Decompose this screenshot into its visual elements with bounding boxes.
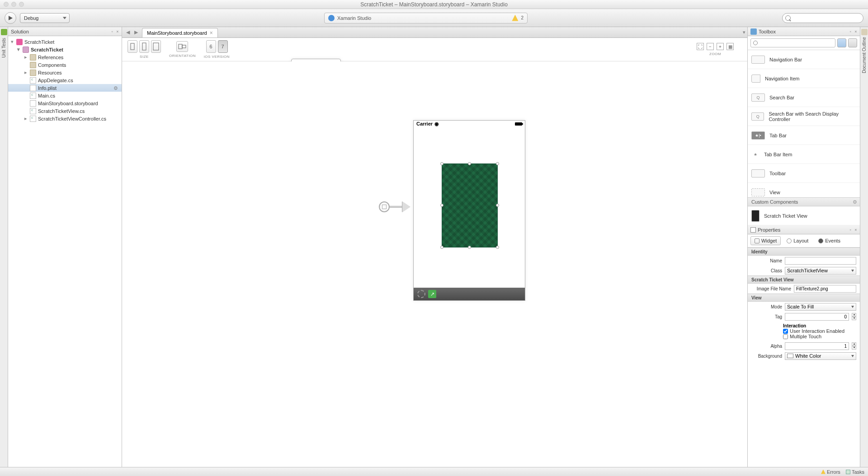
first-responder-icon[interactable]: [417, 290, 425, 298]
close-window-icon[interactable]: [4, 2, 9, 7]
editor-area: ◀ ▶ MainStoryboard.storyboard × ▾ SIZE: [122, 27, 747, 467]
searchdisplay-icon: Q: [751, 112, 764, 121]
alpha-stepper[interactable]: ▴▾: [852, 342, 856, 350]
custom-components-section[interactable]: Custom Components ⚙: [748, 197, 860, 206]
toolbox-item-label: View: [769, 190, 780, 195]
minimize-window-icon[interactable]: [11, 2, 16, 7]
properties-body: Widget Layout Events Identity Name Class…: [748, 234, 860, 467]
unit-tests-icon[interactable]: [1, 29, 7, 35]
file-controller[interactable]: ▸ScratchTicketViewController.cs: [8, 115, 122, 122]
toolbox-item-view[interactable]: View: [748, 183, 860, 197]
size-tablet[interactable]: [151, 40, 161, 53]
panel-close-icon[interactable]: ×: [115, 29, 120, 34]
resources-folder[interactable]: ▸Resources: [8, 69, 122, 76]
toolbox-item-search-bar[interactable]: QSearch Bar: [748, 88, 860, 107]
image-file-field[interactable]: [794, 285, 856, 293]
global-search[interactable]: [782, 13, 863, 23]
panel-close-icon[interactable]: ×: [854, 29, 858, 34]
disclosure-icon[interactable]: ▸: [24, 70, 28, 75]
ios-version-6[interactable]: 6: [206, 40, 216, 53]
multiple-touch-checkbox[interactable]: [783, 334, 788, 339]
file-info-plist[interactable]: Info.plist⚙: [8, 84, 122, 92]
tab-layout[interactable]: Layout: [783, 236, 812, 245]
resize-handle[interactable]: [468, 162, 471, 165]
nav-forward-icon[interactable]: ▶: [133, 29, 139, 36]
user-interaction-checkbox[interactable]: [783, 329, 788, 334]
toolbox-view-grid[interactable]: [848, 38, 857, 47]
document-outline-icon[interactable]: [861, 29, 868, 35]
scene-dock[interactable]: ↗: [414, 288, 525, 300]
resize-handle[interactable]: [440, 162, 443, 165]
zoom-out-icon[interactable]: −: [707, 43, 714, 50]
zoom-in-icon[interactable]: +: [717, 43, 724, 50]
folder-icon: [30, 70, 36, 76]
project-node[interactable]: ▾ ScratchTicket: [8, 46, 122, 53]
alpha-field[interactable]: [785, 342, 849, 350]
background-combo[interactable]: White Color: [785, 352, 856, 360]
resize-handle[interactable]: [496, 246, 499, 249]
class-combo[interactable]: ScratchTicketView: [785, 267, 856, 275]
disclosure-icon[interactable]: ▾: [10, 39, 14, 45]
panel-options-icon[interactable]: ▫: [110, 29, 114, 34]
panel-options-icon[interactable]: ▫: [848, 228, 853, 232]
tab-widget[interactable]: Widget: [750, 236, 781, 245]
gear-icon[interactable]: ⚙: [853, 199, 857, 205]
resize-handle[interactable]: [496, 204, 499, 207]
resize-handle[interactable]: [440, 204, 443, 207]
toolbox-item-navigation-bar[interactable]: Navigation Bar: [748, 50, 860, 69]
nav-back-icon[interactable]: ◀: [125, 29, 131, 36]
file-view[interactable]: ScratchTicketView.cs: [8, 107, 122, 115]
toolbox-view-list[interactable]: [837, 38, 846, 47]
file-main[interactable]: Main.cs: [8, 92, 122, 99]
panel-options-icon[interactable]: ▫: [848, 29, 853, 34]
toolbox-item-navigation-item[interactable]: Navigation Item: [748, 69, 860, 88]
run-button[interactable]: [5, 12, 16, 24]
resize-handle[interactable]: [468, 246, 471, 249]
mode-combo[interactable]: Scale To Fill: [785, 303, 856, 311]
zoom-actual-icon[interactable]: ▦: [726, 43, 734, 50]
design-canvas[interactable]: Carrier ◉ ↗: [122, 61, 747, 467]
disclosure-icon[interactable]: [24, 62, 28, 68]
unit-tests-label[interactable]: Unit Tests: [1, 38, 6, 58]
orientation-toggle[interactable]: [176, 41, 188, 52]
references-folder[interactable]: ▸References: [8, 53, 122, 61]
tab-events[interactable]: Events: [814, 236, 844, 245]
build-status[interactable]: Xamarin Studio 2: [324, 13, 528, 23]
toolbox-search[interactable]: [750, 38, 835, 47]
tab-overflow-icon[interactable]: ▾: [741, 27, 747, 37]
scratch-ticket-view-instance[interactable]: [442, 163, 498, 247]
resize-handle[interactable]: [440, 246, 443, 249]
file-storyboard[interactable]: MainStoryboard.storyboard: [8, 99, 122, 107]
exit-icon[interactable]: ↗: [428, 290, 436, 298]
configuration-combo[interactable]: Debug: [20, 13, 70, 23]
size-phone-tall[interactable]: [139, 40, 149, 53]
disclosure-icon[interactable]: ▸: [24, 54, 28, 60]
file-appdelegate[interactable]: AppDelegate.cs: [8, 76, 122, 84]
toolbox-item-scratch-ticket-view[interactable]: Scratch Ticket View: [748, 206, 860, 225]
entry-point-indicator[interactable]: [379, 201, 410, 212]
toolbox-item-toolbar[interactable]: Toolbar: [748, 164, 860, 183]
resize-handle[interactable]: [496, 162, 499, 165]
zoom-fit-icon[interactable]: ⛶: [697, 43, 704, 50]
panel-close-icon[interactable]: ×: [854, 228, 858, 232]
toolbox-item-tab-bar[interactable]: ★|•Tab Bar: [748, 126, 860, 145]
disclosure-icon[interactable]: ▸: [24, 116, 28, 121]
document-outline-label[interactable]: Document Outline: [862, 37, 867, 73]
tab-storyboard[interactable]: MainStoryboard.storyboard ×: [142, 28, 218, 37]
size-phone-small[interactable]: [127, 40, 137, 53]
name-field[interactable]: [785, 257, 856, 265]
tasks-pad[interactable]: Tasks: [846, 469, 864, 475]
toolbox-item-search-display[interactable]: QSearch Bar with Search Display Controll…: [748, 107, 860, 126]
gear-icon[interactable]: ⚙: [113, 85, 119, 91]
tab-close-icon[interactable]: ×: [210, 30, 213, 36]
disclosure-icon[interactable]: ▾: [16, 47, 21, 52]
tag-field[interactable]: [785, 313, 849, 321]
device-preview[interactable]: Carrier ◉ ↗: [413, 120, 525, 301]
tag-stepper[interactable]: ▴▾: [852, 313, 856, 320]
solution-root[interactable]: ▾ ScratchTicket: [8, 38, 122, 46]
components-folder[interactable]: Components: [8, 61, 122, 69]
ios-version-7[interactable]: 7: [218, 40, 228, 53]
errors-pad[interactable]: Errors: [821, 469, 840, 475]
zoom-window-icon[interactable]: [19, 2, 24, 7]
toolbox-item-tab-bar-item[interactable]: ★Tab Bar Item: [748, 145, 860, 164]
